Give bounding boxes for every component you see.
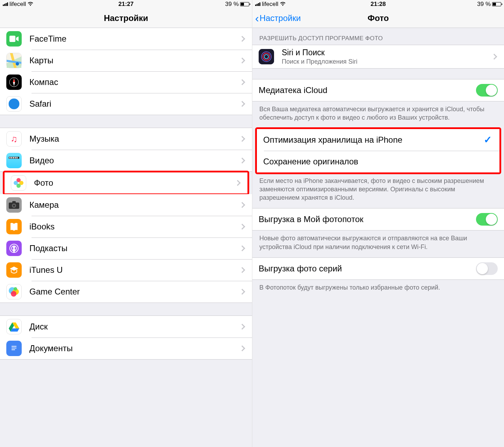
icloud-library-switch[interactable] [476,84,498,97]
battery-percent: 39 % [477,1,491,8]
wifi-icon [27,1,34,7]
row-label: Game Center [29,287,240,297]
row-label: Карты [29,56,240,65]
chevron-icon [239,324,245,330]
battery-icon [492,2,501,6]
chevron-icon [239,136,245,142]
row-photos[interactable]: Фото [5,172,247,193]
row-gamecenter[interactable]: Game Center [0,281,252,303]
signal-icon [3,2,8,6]
wifi-icon [280,1,286,7]
row-label: Фото [34,178,236,188]
nav-bar: Настройки [0,8,252,28]
row-ibooks[interactable]: iBooks [0,216,252,237]
row-safari[interactable]: Safari [0,93,252,115]
svg-rect-7 [9,157,10,158]
back-label: Настройки [260,13,301,23]
row-label: Компас [29,77,240,87]
row-burst-upload[interactable]: Выгрузка фото серий [252,258,504,279]
back-button[interactable]: ‹ Настройки [255,8,301,28]
status-bar: lifecell 21:28 39 % [252,0,504,8]
ibooks-icon [6,219,22,234]
photos-icon [11,175,26,191]
row-maps[interactable]: Карты [0,50,252,71]
nav-bar: ‹ Настройки Фото [252,8,504,28]
row-label: iBooks [29,222,240,232]
svg-point-22 [13,246,15,248]
drive-icon [6,319,22,334]
row-facetime[interactable]: FaceTime [0,28,252,50]
chevron-icon [239,346,245,352]
burst-footer: В Фотопоток будут выгружены только избра… [252,280,504,298]
svg-rect-9 [13,157,14,158]
chevron-icon [491,54,497,60]
svg-point-15 [14,181,18,185]
row-icloud-library[interactable]: Медиатека iCloud [252,79,504,101]
siri-icon [259,49,274,64]
row-label: Диск [29,322,240,332]
svg-rect-29 [12,348,16,348]
facetime-icon [6,31,22,47]
chevron-icon [235,180,241,186]
row-camera[interactable]: Камера [0,194,252,216]
svg-rect-17 [12,201,16,203]
row-keep-originals[interactable]: Сохранение оригиналов [257,151,499,172]
row-docs[interactable]: Документы [0,338,252,359]
icloud-footer: Вся Ваша медиатека автоматически выгружа… [252,101,504,128]
row-label: Музыка [29,134,240,144]
video-icon [6,153,22,168]
page-title: Фото [368,13,389,23]
camera-icon [6,197,22,213]
chevron-icon [239,36,245,42]
chevron-icon [239,79,245,85]
row-itunesu[interactable]: iTunes U [0,259,252,281]
chevron-icon [239,101,245,107]
burst-upload-switch[interactable] [476,262,498,275]
row-label: Выгрузка в Мой фотопоток [259,214,476,224]
svg-rect-31 [259,49,274,64]
row-siri[interactable]: Siri и Поиск Поиск и Предложения Siri [252,45,504,68]
row-optimize-storage[interactable]: Оптимизация хранилища на iPhone ✓ [257,129,499,151]
row-video[interactable]: Видео [0,150,252,171]
podcasts-icon [6,241,22,256]
row-photo-stream[interactable]: Выгрузка в Мой фотопоток [252,208,504,230]
row-music[interactable]: ♫ Музыка [0,128,252,150]
siri-subtitle: Поиск и Предложения Siri [282,58,492,65]
photo-stream-switch[interactable] [476,213,498,226]
photo-stream-footer: Новые фото автоматически выгружаются и о… [252,230,504,257]
row-label: Подкасты [29,243,240,253]
highlight-photos: Фото [3,171,249,195]
svg-rect-10 [15,157,16,158]
row-label: Сохранение оригиналов [263,157,493,166]
svg-rect-11 [16,157,18,158]
chevron-icon [239,267,245,273]
status-time: 21:27 [118,1,133,8]
highlight-storage-options: Оптимизация хранилища на iPhone ✓ Сохран… [255,127,501,174]
row-label: Медиатека iCloud [259,85,476,95]
battery-percent: 39 % [225,1,239,8]
chevron-icon [239,246,245,251]
carrier-label: lifecell [262,1,278,8]
docs-icon [6,341,22,356]
status-time: 21:28 [371,1,386,8]
compass-icon [6,74,22,90]
chevron-icon [239,158,245,164]
chevron-left-icon: ‹ [255,13,259,24]
row-drive[interactable]: Диск [0,316,252,338]
row-label: Камера [29,200,240,210]
svg-point-19 [13,205,15,207]
row-label: Видео [29,156,240,165]
row-compass[interactable]: Компас [0,71,252,93]
row-podcasts[interactable]: Подкасты [0,237,252,259]
status-bar: lifecell 21:27 39 % [0,0,252,8]
storage-footer: Если место на iPhone заканчивается, фото… [252,173,504,208]
svg-rect-8 [11,157,12,158]
chevron-icon [239,289,245,295]
signal-icon [255,2,260,6]
chevron-icon [239,58,245,64]
itunesu-icon [6,262,22,278]
row-label: Оптимизация хранилища на iPhone [263,135,484,145]
settings-screen: lifecell 21:27 39 % Настройки FaceTime [0,0,252,447]
svg-rect-0 [9,36,15,42]
chevron-icon [239,224,245,230]
